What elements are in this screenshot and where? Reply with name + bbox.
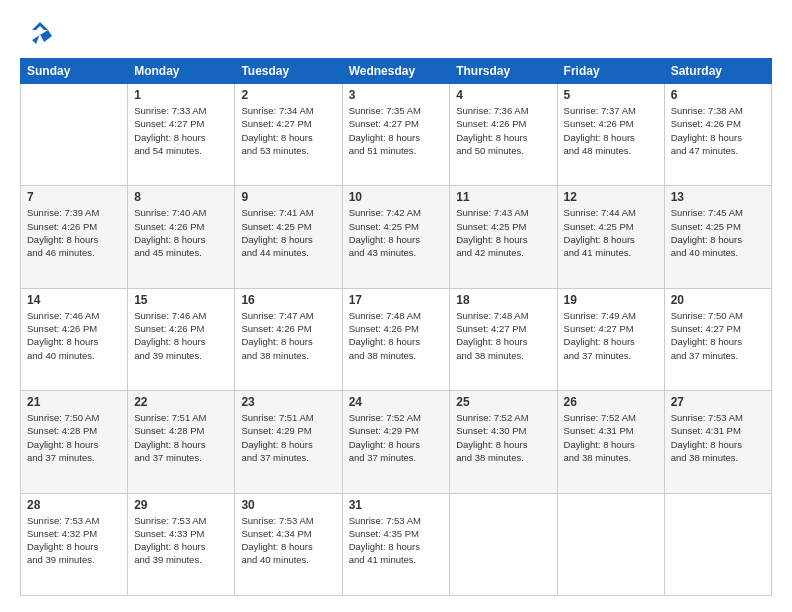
calendar-cell: 26Sunrise: 7:52 AMSunset: 4:31 PMDayligh… <box>557 391 664 493</box>
calendar-cell: 16Sunrise: 7:47 AMSunset: 4:26 PMDayligh… <box>235 288 342 390</box>
day-info: Sunrise: 7:51 AMSunset: 4:28 PMDaylight:… <box>134 411 228 464</box>
day-info: Sunrise: 7:35 AMSunset: 4:27 PMDaylight:… <box>349 104 444 157</box>
day-number: 15 <box>134 293 228 307</box>
day-info: Sunrise: 7:33 AMSunset: 4:27 PMDaylight:… <box>134 104 228 157</box>
day-number: 5 <box>564 88 658 102</box>
calendar-cell: 14Sunrise: 7:46 AMSunset: 4:26 PMDayligh… <box>21 288 128 390</box>
calendar-cell: 19Sunrise: 7:49 AMSunset: 4:27 PMDayligh… <box>557 288 664 390</box>
calendar-table: SundayMondayTuesdayWednesdayThursdayFrid… <box>20 58 772 596</box>
day-number: 24 <box>349 395 444 409</box>
day-info: Sunrise: 7:50 AMSunset: 4:27 PMDaylight:… <box>671 309 765 362</box>
day-info: Sunrise: 7:46 AMSunset: 4:26 PMDaylight:… <box>134 309 228 362</box>
day-number: 20 <box>671 293 765 307</box>
calendar-cell: 7Sunrise: 7:39 AMSunset: 4:26 PMDaylight… <box>21 186 128 288</box>
page: SundayMondayTuesdayWednesdayThursdayFrid… <box>0 0 792 612</box>
day-number: 3 <box>349 88 444 102</box>
day-number: 23 <box>241 395 335 409</box>
calendar-cell: 21Sunrise: 7:50 AMSunset: 4:28 PMDayligh… <box>21 391 128 493</box>
calendar-cell <box>664 493 771 595</box>
day-info: Sunrise: 7:52 AMSunset: 4:31 PMDaylight:… <box>564 411 658 464</box>
day-number: 27 <box>671 395 765 409</box>
day-number: 25 <box>456 395 550 409</box>
week-row-1: 1Sunrise: 7:33 AMSunset: 4:27 PMDaylight… <box>21 84 772 186</box>
day-number: 10 <box>349 190 444 204</box>
day-number: 30 <box>241 498 335 512</box>
calendar-cell: 15Sunrise: 7:46 AMSunset: 4:26 PMDayligh… <box>128 288 235 390</box>
weekday-row: SundayMondayTuesdayWednesdayThursdayFrid… <box>21 59 772 84</box>
calendar-cell: 23Sunrise: 7:51 AMSunset: 4:29 PMDayligh… <box>235 391 342 493</box>
calendar-body: 1Sunrise: 7:33 AMSunset: 4:27 PMDaylight… <box>21 84 772 596</box>
day-info: Sunrise: 7:53 AMSunset: 4:34 PMDaylight:… <box>241 514 335 567</box>
weekday-header-monday: Monday <box>128 59 235 84</box>
day-number: 29 <box>134 498 228 512</box>
week-row-3: 14Sunrise: 7:46 AMSunset: 4:26 PMDayligh… <box>21 288 772 390</box>
day-info: Sunrise: 7:42 AMSunset: 4:25 PMDaylight:… <box>349 206 444 259</box>
day-number: 22 <box>134 395 228 409</box>
day-info: Sunrise: 7:53 AMSunset: 4:35 PMDaylight:… <box>349 514 444 567</box>
weekday-header-tuesday: Tuesday <box>235 59 342 84</box>
logo <box>20 16 56 48</box>
calendar-header: SundayMondayTuesdayWednesdayThursdayFrid… <box>21 59 772 84</box>
day-number: 16 <box>241 293 335 307</box>
day-info: Sunrise: 7:40 AMSunset: 4:26 PMDaylight:… <box>134 206 228 259</box>
day-info: Sunrise: 7:44 AMSunset: 4:25 PMDaylight:… <box>564 206 658 259</box>
weekday-header-friday: Friday <box>557 59 664 84</box>
week-row-4: 21Sunrise: 7:50 AMSunset: 4:28 PMDayligh… <box>21 391 772 493</box>
calendar-cell: 31Sunrise: 7:53 AMSunset: 4:35 PMDayligh… <box>342 493 450 595</box>
calendar-cell: 13Sunrise: 7:45 AMSunset: 4:25 PMDayligh… <box>664 186 771 288</box>
day-info: Sunrise: 7:53 AMSunset: 4:31 PMDaylight:… <box>671 411 765 464</box>
logo-icon <box>24 16 56 48</box>
day-number: 28 <box>27 498 121 512</box>
svg-marker-1 <box>32 22 48 30</box>
calendar-cell: 29Sunrise: 7:53 AMSunset: 4:33 PMDayligh… <box>128 493 235 595</box>
day-info: Sunrise: 7:45 AMSunset: 4:25 PMDaylight:… <box>671 206 765 259</box>
day-info: Sunrise: 7:53 AMSunset: 4:33 PMDaylight:… <box>134 514 228 567</box>
day-info: Sunrise: 7:46 AMSunset: 4:26 PMDaylight:… <box>27 309 121 362</box>
calendar-cell: 3Sunrise: 7:35 AMSunset: 4:27 PMDaylight… <box>342 84 450 186</box>
day-number: 1 <box>134 88 228 102</box>
day-number: 7 <box>27 190 121 204</box>
week-row-5: 28Sunrise: 7:53 AMSunset: 4:32 PMDayligh… <box>21 493 772 595</box>
day-number: 6 <box>671 88 765 102</box>
calendar-cell: 9Sunrise: 7:41 AMSunset: 4:25 PMDaylight… <box>235 186 342 288</box>
day-info: Sunrise: 7:41 AMSunset: 4:25 PMDaylight:… <box>241 206 335 259</box>
svg-marker-0 <box>32 30 52 44</box>
day-number: 26 <box>564 395 658 409</box>
day-info: Sunrise: 7:34 AMSunset: 4:27 PMDaylight:… <box>241 104 335 157</box>
calendar-cell: 24Sunrise: 7:52 AMSunset: 4:29 PMDayligh… <box>342 391 450 493</box>
calendar-cell: 5Sunrise: 7:37 AMSunset: 4:26 PMDaylight… <box>557 84 664 186</box>
calendar-cell: 17Sunrise: 7:48 AMSunset: 4:26 PMDayligh… <box>342 288 450 390</box>
day-number: 4 <box>456 88 550 102</box>
calendar-cell: 10Sunrise: 7:42 AMSunset: 4:25 PMDayligh… <box>342 186 450 288</box>
day-info: Sunrise: 7:48 AMSunset: 4:26 PMDaylight:… <box>349 309 444 362</box>
calendar-cell: 4Sunrise: 7:36 AMSunset: 4:26 PMDaylight… <box>450 84 557 186</box>
day-info: Sunrise: 7:49 AMSunset: 4:27 PMDaylight:… <box>564 309 658 362</box>
calendar-cell: 2Sunrise: 7:34 AMSunset: 4:27 PMDaylight… <box>235 84 342 186</box>
weekday-header-thursday: Thursday <box>450 59 557 84</box>
day-number: 31 <box>349 498 444 512</box>
calendar-cell: 1Sunrise: 7:33 AMSunset: 4:27 PMDaylight… <box>128 84 235 186</box>
calendar-cell <box>557 493 664 595</box>
day-number: 18 <box>456 293 550 307</box>
weekday-header-wednesday: Wednesday <box>342 59 450 84</box>
day-number: 13 <box>671 190 765 204</box>
day-info: Sunrise: 7:53 AMSunset: 4:32 PMDaylight:… <box>27 514 121 567</box>
calendar-cell <box>450 493 557 595</box>
day-info: Sunrise: 7:39 AMSunset: 4:26 PMDaylight:… <box>27 206 121 259</box>
calendar-cell: 6Sunrise: 7:38 AMSunset: 4:26 PMDaylight… <box>664 84 771 186</box>
day-number: 9 <box>241 190 335 204</box>
day-info: Sunrise: 7:51 AMSunset: 4:29 PMDaylight:… <box>241 411 335 464</box>
calendar-cell: 27Sunrise: 7:53 AMSunset: 4:31 PMDayligh… <box>664 391 771 493</box>
week-row-2: 7Sunrise: 7:39 AMSunset: 4:26 PMDaylight… <box>21 186 772 288</box>
weekday-header-sunday: Sunday <box>21 59 128 84</box>
day-info: Sunrise: 7:43 AMSunset: 4:25 PMDaylight:… <box>456 206 550 259</box>
day-info: Sunrise: 7:50 AMSunset: 4:28 PMDaylight:… <box>27 411 121 464</box>
weekday-header-saturday: Saturday <box>664 59 771 84</box>
day-info: Sunrise: 7:47 AMSunset: 4:26 PMDaylight:… <box>241 309 335 362</box>
day-number: 11 <box>456 190 550 204</box>
day-info: Sunrise: 7:36 AMSunset: 4:26 PMDaylight:… <box>456 104 550 157</box>
calendar-cell: 30Sunrise: 7:53 AMSunset: 4:34 PMDayligh… <box>235 493 342 595</box>
day-info: Sunrise: 7:52 AMSunset: 4:30 PMDaylight:… <box>456 411 550 464</box>
day-number: 19 <box>564 293 658 307</box>
calendar-cell <box>21 84 128 186</box>
